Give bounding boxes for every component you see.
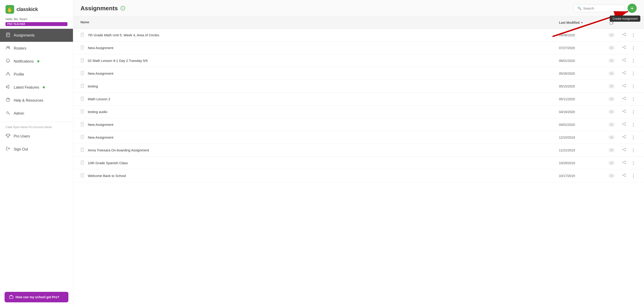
ellipsis-icon[interactable]: ⋮ (631, 148, 635, 153)
row-more-menu[interactable]: ⋮ (630, 173, 637, 178)
share-icon[interactable] (622, 173, 626, 178)
admin-label: Admin (14, 111, 24, 116)
svg-point-82 (625, 122, 626, 123)
sort-arrow-icon[interactable]: ▼ (581, 21, 583, 24)
ellipsis-icon[interactable]: ⋮ (631, 71, 635, 76)
ellipsis-icon[interactable]: ⋮ (631, 135, 635, 140)
ellipsis-icon[interactable]: ⋮ (631, 173, 635, 178)
row-more-menu[interactable]: ⋮ (630, 45, 637, 50)
row-share[interactable] (618, 58, 630, 63)
sidebar-item-admin[interactable]: Admin (0, 107, 73, 120)
info-icon[interactable]: i (120, 6, 125, 10)
table-row[interactable]: testing 05/15/2020 0 ⋮ (73, 80, 644, 93)
table-row[interactable]: New Assignment 04/01/2020 0 ⋮ (73, 118, 644, 131)
row-share[interactable] (618, 84, 630, 89)
sidebar-item-latest-features[interactable]: Latest Features (0, 81, 73, 94)
table-row[interactable]: New Assignment 07/27/2020 0 ⋮ (73, 42, 644, 54)
svg-point-57 (622, 85, 624, 86)
svg-point-37 (625, 58, 626, 59)
table-row[interactable]: Math Lesson 2 05/11/2020 0 ⋮ (73, 93, 644, 106)
ellipsis-icon[interactable]: ⋮ (631, 45, 635, 50)
share-icon[interactable] (622, 71, 626, 76)
share-icon[interactable] (622, 135, 626, 140)
row-more-menu[interactable]: ⋮ (630, 160, 637, 165)
share-icon[interactable] (622, 122, 626, 127)
ellipsis-icon[interactable]: ⋮ (631, 58, 635, 63)
row-share[interactable] (618, 148, 630, 153)
sidebar-item-profile[interactable]: Profile (0, 68, 73, 81)
table-row[interactable]: 7th Grade Math Unit 5, Week 4, Area of C… (73, 29, 644, 42)
sidebar-item-pro-users[interactable]: Pro Users (0, 130, 73, 143)
assignments-table: Name Last Modified ▼ 7th Grade Math Unit… (73, 17, 644, 306)
row-share[interactable] (618, 135, 630, 140)
row-date: 10/17/2019 (559, 174, 605, 178)
sidebar-item-notifications[interactable]: Notifications (0, 55, 73, 68)
table-row[interactable]: New Assignment 05/26/2020 0 ⋮ (73, 67, 644, 80)
table-row[interactable]: 10th Grade Spanish Class 10/29/2019 0 ⋮ (73, 157, 644, 169)
svg-line-77 (624, 111, 625, 112)
share-icon[interactable] (622, 32, 626, 38)
sidebar-item-assignments[interactable]: Assignments (0, 29, 73, 42)
row-more-menu[interactable]: ⋮ (630, 71, 637, 76)
share-icon[interactable] (622, 160, 626, 165)
svg-point-48 (622, 72, 624, 73)
share-icon[interactable] (622, 84, 626, 89)
table-row[interactable]: Welcome Back to School 10/17/2019 0 ⋮ (73, 169, 644, 182)
search-input[interactable] (583, 6, 621, 10)
row-more-menu[interactable]: ⋮ (630, 84, 637, 89)
table-row[interactable]: testing audio 04/16/2020 0 ⋮ (73, 106, 644, 118)
count-badge: 0 (608, 161, 615, 165)
sidebar-item-help-resources[interactable]: Help & Resources (0, 94, 73, 107)
table-row[interactable]: New Assignment 12/10/2019 0 ⋮ (73, 131, 644, 144)
row-more-menu[interactable]: ⋮ (630, 148, 637, 153)
svg-line-122 (624, 175, 625, 176)
ellipsis-icon[interactable]: ⋮ (631, 97, 635, 102)
document-icon (80, 148, 84, 153)
row-share[interactable] (618, 32, 630, 38)
share-icon[interactable] (622, 148, 626, 153)
row-share[interactable] (618, 45, 630, 50)
row-share[interactable] (618, 173, 630, 178)
table-row[interactable]: Anna Treesara On-boarding Assignment 11/… (73, 144, 644, 157)
how-pro-button[interactable]: How can my school get Pro? (4, 292, 68, 302)
sidebar-item-rosters[interactable]: Rosters (0, 42, 73, 55)
row-count: 0 (605, 97, 618, 101)
row-more-menu[interactable]: ⋮ (630, 135, 637, 140)
svg-line-113 (624, 162, 625, 163)
svg-point-100 (625, 148, 626, 149)
row-more-menu[interactable]: ⋮ (630, 33, 637, 38)
svg-point-66 (622, 98, 624, 99)
row-assignment-name: New Assignment (88, 46, 114, 50)
ellipsis-icon[interactable]: ⋮ (631, 33, 635, 38)
row-share[interactable] (618, 160, 630, 165)
row-more-menu[interactable]: ⋮ (630, 109, 637, 114)
row-date: 05/26/2020 (559, 72, 605, 75)
share-icon[interactable] (622, 45, 626, 50)
table-row[interactable]: 02 Math Lesson 9-1 Day 2 Tuesday 5/5 06/… (73, 54, 644, 67)
create-assignment-button[interactable]: + (628, 4, 637, 13)
sidebar-item-sign-out[interactable]: Sign Out (0, 143, 73, 156)
rosters-label: Rosters (14, 46, 26, 50)
row-share[interactable] (618, 96, 630, 102)
share-icon[interactable] (622, 96, 626, 102)
svg-line-32 (624, 47, 625, 48)
pro-users-label: Pro Users (14, 134, 30, 138)
row-name: New Assignment (80, 135, 559, 140)
row-more-menu[interactable]: ⋮ (630, 97, 637, 102)
ellipsis-icon[interactable]: ⋮ (631, 122, 635, 127)
ellipsis-icon[interactable]: ⋮ (631, 84, 635, 89)
document-icon (80, 122, 84, 127)
row-share[interactable] (618, 109, 630, 114)
svg-point-7 (8, 46, 10, 48)
share-icon[interactable] (622, 109, 626, 114)
ellipsis-icon[interactable]: ⋮ (631, 109, 635, 114)
ellipsis-icon[interactable]: ⋮ (631, 160, 635, 165)
share-icon[interactable] (622, 58, 626, 63)
row-share[interactable] (618, 122, 630, 127)
row-more-menu[interactable]: ⋮ (630, 58, 637, 63)
sidebar: ✋ classkick Hello, Ms. Ryan! PRO TEACHER… (0, 0, 73, 306)
search-icon: 🔍 (578, 6, 581, 10)
help-icon (6, 98, 10, 103)
row-share[interactable] (618, 71, 630, 76)
row-more-menu[interactable]: ⋮ (630, 122, 637, 127)
